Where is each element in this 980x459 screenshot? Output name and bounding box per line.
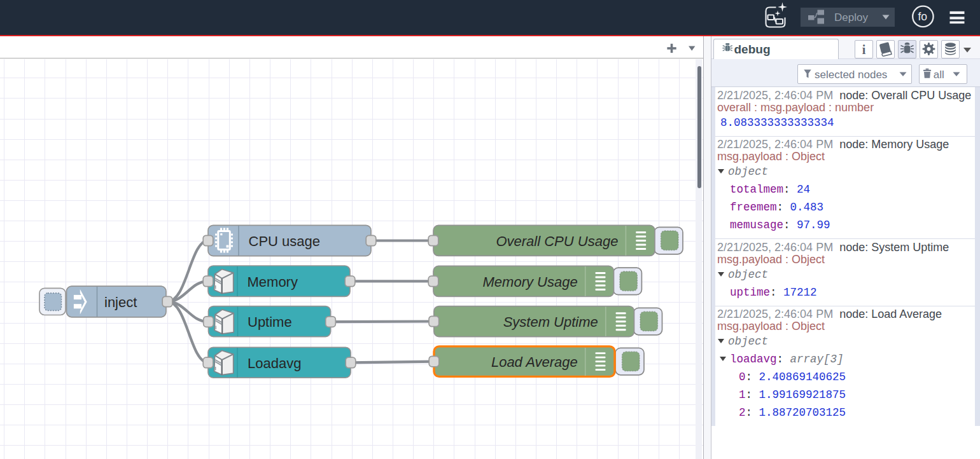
- svg-text:selected nodes: selected nodes: [815, 69, 887, 81]
- svg-text:Loadavg: Loadavg: [248, 355, 301, 371]
- svg-text:Memory: Memory: [248, 274, 298, 290]
- svg-text:all: all: [933, 69, 944, 81]
- svg-text:System Uptime: System Uptime: [503, 314, 598, 330]
- svg-text:Overall CPU Usage: Overall CPU Usage: [496, 233, 618, 249]
- svg-text:fo: fo: [918, 10, 927, 23]
- svg-text:Load Average: Load Average: [491, 354, 578, 370]
- svg-text:inject: inject: [104, 294, 137, 310]
- svg-text:i: i: [862, 42, 866, 56]
- svg-text:Memory Usage: Memory Usage: [483, 274, 578, 290]
- svg-text:Uptime: Uptime: [248, 314, 292, 330]
- svg-text:CPU usage: CPU usage: [249, 233, 321, 249]
